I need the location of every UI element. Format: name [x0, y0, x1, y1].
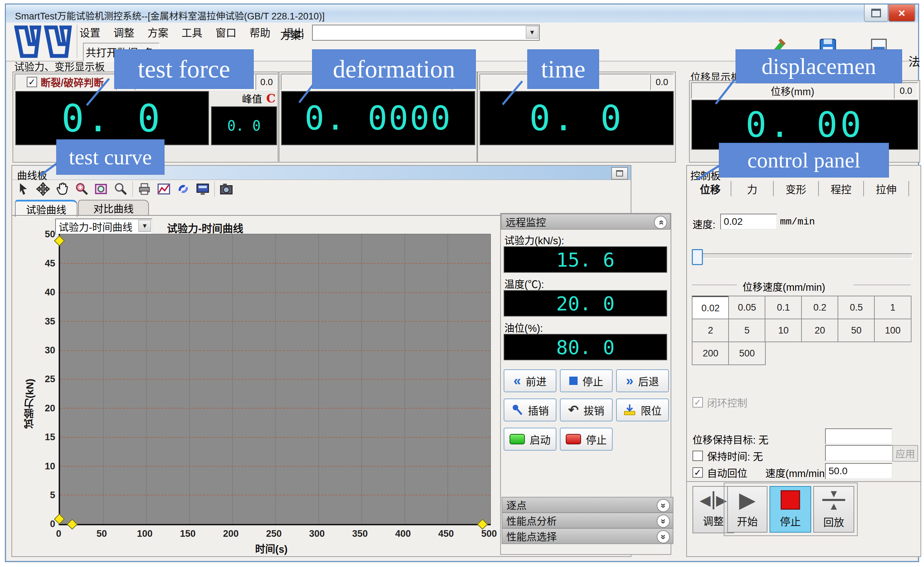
return-speed-input[interactable]: 50.0 [825, 463, 892, 479]
remote-monitor-header[interactable]: 远程监控 » [501, 214, 670, 230]
tab-displacement[interactable]: 位移 [690, 181, 731, 196]
time-lcd-display: 0. 0 [480, 91, 674, 145]
zoom-out-icon[interactable] [113, 181, 129, 197]
zoom-window-icon[interactable] [93, 181, 110, 197]
gridline-v [404, 234, 405, 524]
toolbar-separator [77, 25, 77, 58]
curve-type-value: 试验力-时间曲线 [58, 219, 133, 234]
curve-type-dropdown-icon[interactable]: ▼ [138, 220, 151, 232]
limit-button[interactable]: 限位 [616, 399, 669, 421]
speed-option[interactable]: 2 [692, 319, 729, 342]
tab-compare-curve[interactable]: 对比曲线 [78, 200, 149, 216]
curve-type-combobox[interactable]: 试验力-时间曲线 ▼ [55, 218, 152, 235]
y-axis-label: 试验力(kN) [22, 379, 37, 429]
speed-option[interactable]: 50 [838, 319, 875, 342]
section-point-by-point[interactable]: 逐点 » [502, 497, 674, 513]
curve-settings-icon[interactable] [156, 181, 172, 197]
speed-option[interactable]: 500 [728, 341, 766, 365]
stop-button[interactable]: 停止 [770, 486, 811, 532]
print-icon[interactable] [136, 181, 152, 197]
data-display-icon[interactable] [195, 181, 211, 197]
tab-program[interactable]: 程控 [819, 181, 864, 196]
x-tick: 150 [172, 528, 203, 539]
auto-return-checkbox[interactable]: ✓ [693, 467, 703, 478]
scheme-combobox[interactable]: ▼ [312, 25, 540, 41]
remote-temp-label: 温度(℃): [504, 276, 544, 291]
speed-option[interactable]: 200 [692, 341, 729, 365]
menu-help[interactable]: 帮助 [250, 24, 270, 40]
menu-settings[interactable]: 设置 [80, 24, 100, 40]
remote-monitor-title: 远程监控 [506, 214, 546, 229]
force-lcd-display: 0. 0 [15, 91, 209, 145]
menu-scheme[interactable]: 方案 [147, 24, 168, 40]
speed-option[interactable]: 0.02 [692, 296, 729, 320]
machine-start-button[interactable]: 启动 [504, 428, 556, 451]
menu-adjust[interactable]: 调整 [114, 24, 134, 40]
machine-stop-button[interactable]: 停止 [560, 428, 613, 451]
speed-option[interactable]: 100 [874, 319, 912, 342]
scheme-dropdown-arrow-icon[interactable]: ▼ [526, 26, 538, 39]
collapse-up-icon[interactable]: » [654, 216, 667, 229]
speed-option[interactable]: 20 [801, 319, 838, 342]
start-button[interactable]: ▶ 开始 [727, 486, 768, 532]
closed-loop-checkbox[interactable]: ✓ [693, 397, 703, 408]
apply-button[interactable]: 应用 [892, 445, 918, 462]
x-tick: 50 [86, 528, 117, 539]
menu-window[interactable]: 窗口 [216, 24, 236, 40]
hold-target-input[interactable] [825, 429, 892, 444]
peak-reset-icon[interactable]: C [266, 92, 276, 105]
speed-option[interactable]: 10 [765, 319, 802, 342]
x-axis-label: 时间(s) [255, 541, 287, 555]
speed-slider-track[interactable] [693, 253, 912, 259]
close-button[interactable]: × [888, 5, 915, 22]
speed-option[interactable]: 5 [728, 319, 766, 342]
speed-option[interactable]: 0.2 [801, 296, 838, 319]
backward-button[interactable]: » 后退 [616, 369, 669, 392]
tab-tensile[interactable]: 拉伸 [864, 181, 909, 196]
tab-deformation[interactable]: 变形 [774, 181, 819, 196]
section-performance-select[interactable]: 性能点选择 » [502, 528, 674, 544]
hold-time-checkbox[interactable] [693, 451, 703, 461]
remote-oil-label: 油位(%): [504, 320, 543, 335]
tab-test-curve[interactable]: 试验曲线 [15, 200, 77, 217]
stop-motion-button[interactable]: 停止 [560, 369, 613, 392]
snapshot-icon[interactable] [218, 181, 234, 197]
peak-row: 峰值 C [211, 92, 276, 105]
title-bar[interactable]: SmartTest万能试验机测控系统--[金属材料室温拉伸试验(GB/T 228… [6, 5, 918, 23]
section-performance-analysis[interactable]: 性能点分析 » [502, 513, 674, 528]
replay-icon: ▼ ▲ [822, 490, 845, 510]
menu-tools[interactable]: 工具 [182, 24, 202, 40]
select-cursor-icon[interactable] [16, 181, 32, 197]
speed-option[interactable]: 1 [874, 296, 912, 319]
collapse-down-icon[interactable]: » [657, 530, 670, 543]
hold-time-label: 保持时间: 无 [707, 448, 763, 463]
collapse-down-icon[interactable]: » [657, 499, 670, 512]
speed-option[interactable]: 0.5 [838, 296, 875, 319]
pan-hand-icon[interactable] [54, 181, 70, 197]
zoom-in-icon[interactable] [74, 181, 90, 197]
closed-loop-row: ✓ 闭环控制 [693, 395, 747, 410]
annotation-test-curve: test curve [57, 140, 164, 174]
y-tick: 0 [36, 519, 55, 529]
tab-force[interactable]: 力 [731, 181, 774, 196]
collapse-down-icon[interactable]: » [657, 514, 670, 528]
red-indicator-icon [566, 434, 581, 444]
speed-option[interactable]: 0.1 [765, 296, 802, 319]
x-tick: 350 [344, 528, 376, 539]
pin-insert-button[interactable]: 插销 [504, 399, 556, 421]
speed-input[interactable]: 0.02 [720, 214, 777, 230]
forward-button[interactable]: « 前进 [504, 369, 556, 392]
speed-slider-handle[interactable] [692, 249, 703, 265]
pin-remove-button[interactable]: ↶ 拔销 [560, 399, 613, 421]
restore-button[interactable] [864, 5, 888, 22]
x-tick: 200 [215, 528, 246, 539]
app-logo-icon [14, 26, 73, 58]
chart-plot-area[interactable] [58, 234, 491, 525]
replay-button[interactable]: ▼ ▲ 回放 [813, 486, 854, 532]
speed-option[interactable]: 0.05 [728, 296, 766, 319]
curve-panel-restore-button[interactable] [611, 167, 628, 180]
curve-audio-icon[interactable] [175, 181, 191, 197]
move-cross-icon[interactable] [35, 181, 51, 197]
hold-time-input[interactable] [825, 445, 892, 461]
break-judge-checkbox[interactable]: ✓ [27, 77, 37, 87]
